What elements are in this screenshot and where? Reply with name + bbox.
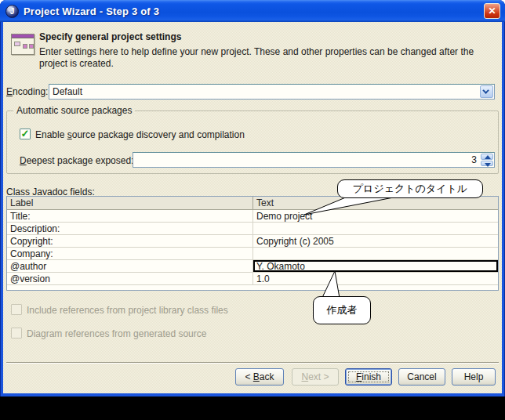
table-row-title: Title: Demo project	[7, 210, 498, 223]
dialog-body: Specify general project settings Enter s…	[3, 22, 502, 393]
diagram-refs-label: Diagram references from generated source	[27, 328, 206, 339]
enable-source-discovery-label: Enable source package discovery and comp…	[35, 129, 245, 140]
back-button[interactable]: < Back	[235, 368, 284, 386]
row-text[interactable]: 1.0	[253, 273, 498, 284]
diagram-refs-checkbox	[11, 328, 22, 339]
app-icon: J	[5, 5, 19, 18]
row-text[interactable]	[253, 223, 498, 234]
encoding-dropdown-button[interactable]	[480, 85, 493, 98]
automatic-source-packages-group: Automatic source packages ✓ Enable sourc…	[6, 110, 499, 174]
help-button[interactable]: Help	[452, 368, 496, 386]
triangle-down-icon	[485, 163, 491, 167]
include-library-refs-checkbox	[11, 304, 22, 315]
row-label[interactable]: Copyright:	[7, 235, 253, 247]
enable-source-discovery-checkbox[interactable]: ✓	[20, 129, 31, 139]
callout-author: 作成者	[313, 296, 371, 324]
titlebar[interactable]: J Project Wizard - Step 3 of 3 ✕	[0, 0, 505, 22]
column-header-label[interactable]: Label	[7, 197, 253, 209]
row-text[interactable]: Demo project	[253, 210, 498, 222]
row-label[interactable]: Title:	[7, 210, 253, 222]
page-title: Specify general project settings	[39, 31, 181, 42]
callout-project-title-text: プロジェクトのタイトル	[353, 182, 467, 196]
row-text[interactable]	[253, 248, 498, 259]
deepest-package-label: Deepest package exposed:	[20, 155, 133, 166]
table-header-row: Label Text	[7, 197, 498, 210]
row-label[interactable]: Description:	[7, 223, 253, 234]
table-row-copyright: Copyright: Copyright (c) 2005	[7, 235, 498, 248]
next-button: Next >	[292, 368, 339, 386]
page-description: Enter settings here to help define your …	[39, 46, 494, 70]
close-icon: ✕	[488, 5, 496, 16]
finish-button[interactable]: Finish	[345, 368, 392, 386]
column-header-text[interactable]: Text	[253, 197, 498, 209]
deepest-package-value: 3	[471, 154, 477, 165]
table-row-version: @version 1.0	[7, 273, 498, 285]
table-row-company: Company:	[7, 248, 498, 260]
screenshot-canvas: { "window": { "title": "Project Wizard -…	[0, 0, 505, 420]
encoding-label: Encoding:	[6, 86, 48, 97]
project-wizard-dialog: J Project Wizard - Step 3 of 3 ✕ Specify…	[0, 0, 505, 396]
checkmark-icon: ✓	[21, 128, 30, 139]
table-row-author: @author Y. Okamoto	[7, 260, 498, 273]
row-text-selected-cell[interactable]: Y. Okamoto	[253, 260, 498, 272]
include-library-refs-label: Include references from project library …	[27, 305, 228, 316]
row-label[interactable]: Company:	[7, 248, 253, 259]
callout-project-title: プロジェクトのタイトル	[337, 179, 483, 198]
close-button[interactable]: ✕	[484, 3, 500, 19]
table-row-description: Description:	[7, 223, 498, 235]
deepest-package-spinner[interactable]: 3	[133, 152, 495, 168]
encoding-combobox[interactable]: Default	[49, 84, 495, 100]
button-separator	[6, 362, 499, 364]
wizard-step-icon	[11, 34, 35, 55]
focus-ring	[348, 371, 389, 382]
row-label[interactable]: @version	[7, 273, 253, 284]
row-label[interactable]: @author	[7, 260, 253, 272]
chevron-down-icon	[482, 87, 489, 93]
group-title: Automatic source packages	[13, 105, 135, 116]
triangle-up-icon	[485, 155, 491, 159]
callout-author-text: 作成者	[327, 303, 358, 317]
window-title: Project Wizard - Step 3 of 3	[24, 5, 159, 17]
encoding-value: Default	[49, 86, 480, 97]
row-text[interactable]: Copyright (c) 2005	[253, 235, 498, 247]
spinner-up-button[interactable]	[481, 154, 493, 160]
javadoc-fields-table: Label Text Title: Demo project Descripti…	[6, 196, 499, 291]
cancel-button[interactable]: Cancel	[398, 368, 445, 386]
spinner-down-button[interactable]	[481, 161, 493, 167]
